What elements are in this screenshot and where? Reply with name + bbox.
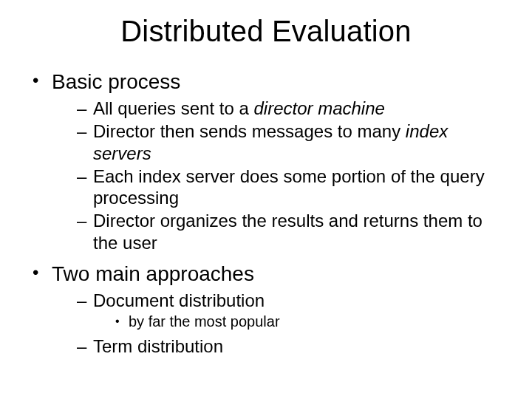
sub-bullet: All queries sent to a director machine: [77, 98, 505, 119]
bullet-label: Two main approaches: [52, 262, 254, 285]
text-run: Director then sends messages to many: [93, 121, 406, 141]
sub-bullet: Director organizes the results and retur…: [77, 210, 505, 253]
sub-bullet-term-dist: Term distribution: [77, 335, 505, 357]
text-run-italic: director machine: [253, 98, 384, 118]
bullet-list-level2: All queries sent to a director machine D…: [77, 98, 505, 253]
bullet-list-level2: Document distribution by far the most po…: [77, 290, 505, 358]
bullet-list-level1: Basic process All queries sent to a dire…: [33, 69, 505, 357]
bullet-two-approaches: Two main approaches Document distributio…: [33, 261, 505, 358]
slide: Distributed Evaluation Basic process All…: [0, 0, 532, 399]
bullet-basic-process: Basic process All queries sent to a dire…: [33, 69, 505, 253]
sub-bullet: Director then sends messages to many ind…: [77, 120, 505, 164]
bullet-label: Basic process: [52, 70, 180, 93]
sub-bullet: Each index server does some portion of t…: [77, 166, 505, 209]
text-run: Document distribution: [93, 290, 265, 310]
sub-bullet-doc-dist: Document distribution by far the most po…: [77, 290, 505, 331]
bullet-list-level3: by far the most popular: [115, 313, 505, 331]
sub-sub-bullet: by far the most popular: [115, 313, 505, 331]
text-run: All queries sent to a: [93, 98, 253, 118]
slide-title: Distributed Evaluation: [27, 15, 505, 48]
